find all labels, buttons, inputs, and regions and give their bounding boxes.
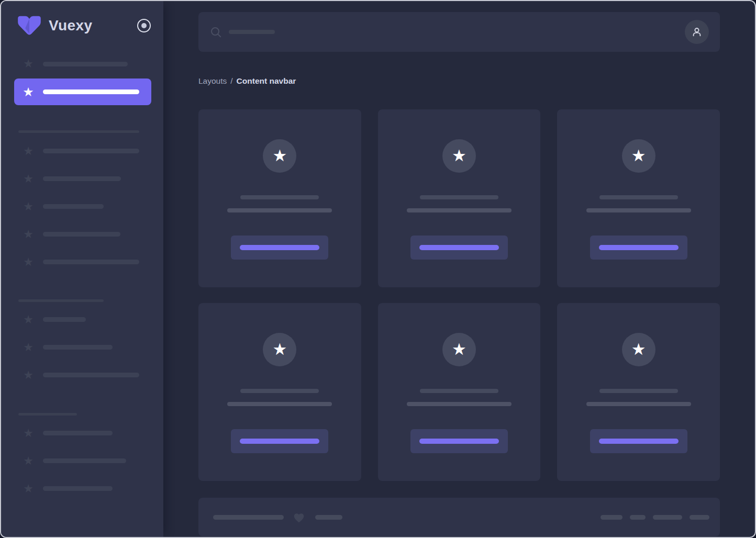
section-header-skeleton-bar xyxy=(18,130,139,133)
sidebar-item[interactable]: ★ xyxy=(1,220,163,248)
star-icon: ★ xyxy=(22,173,35,185)
card-skeleton-bar xyxy=(240,389,319,393)
sidebar-item-skeleton-bar xyxy=(43,345,113,350)
sidebar: Vuexy ★ ★ ★ ★ ★ xyxy=(1,1,163,537)
sidebar-section-header xyxy=(1,130,163,133)
sidebar-item[interactable]: ★ xyxy=(1,248,163,276)
placeholder-card: ★ xyxy=(198,109,361,287)
star-icon: ★ xyxy=(22,455,35,467)
button-skeleton-bar xyxy=(599,245,679,250)
card-skeleton-bar xyxy=(407,402,512,406)
star-icon: ★ xyxy=(452,341,466,357)
sidebar-item-skeleton-bar xyxy=(43,176,121,181)
sidebar-item-active[interactable]: ★ xyxy=(14,79,151,105)
card-action-button[interactable] xyxy=(231,429,328,453)
star-icon: ★ xyxy=(22,86,35,98)
button-skeleton-bar xyxy=(240,245,319,250)
sidebar-item-skeleton-bar xyxy=(43,149,139,153)
sidebar-item[interactable]: ★ xyxy=(1,475,163,502)
card-action-button[interactable] xyxy=(590,429,687,453)
sidebar-item-skeleton-bar xyxy=(43,486,113,491)
footer-skeleton-bar xyxy=(315,515,342,520)
search-placeholder-skeleton-bar xyxy=(229,30,275,34)
button-skeleton-bar xyxy=(419,439,499,444)
card-skeleton-bar xyxy=(227,208,332,212)
sidebar-item[interactable]: ★ xyxy=(1,137,163,165)
star-icon: ★ xyxy=(631,341,646,357)
sidebar-item[interactable]: ★ xyxy=(1,447,163,475)
card-action-button[interactable] xyxy=(231,236,328,260)
star-icon: ★ xyxy=(22,369,35,382)
card-action-button[interactable] xyxy=(410,429,508,453)
breadcrumb-separator: / xyxy=(230,76,232,85)
card-skeleton-bar xyxy=(599,195,678,199)
circle-dot-icon[interactable] xyxy=(137,19,151,32)
card-action-button[interactable] xyxy=(410,236,508,260)
heart-icon xyxy=(292,511,306,523)
card-skeleton-bar xyxy=(407,208,512,212)
section-header-skeleton-bar xyxy=(18,299,104,302)
footer-skeleton-bar xyxy=(630,515,646,520)
star-icon: ★ xyxy=(22,483,35,495)
vuexy-logo-icon xyxy=(17,15,42,36)
button-skeleton-bar xyxy=(419,245,499,250)
card-action-button[interactable] xyxy=(590,236,687,260)
card-grid: ★ ★ ★ ★ xyxy=(198,109,720,481)
sidebar-item-skeleton-bar xyxy=(43,317,86,322)
card-skeleton-bar xyxy=(227,402,332,406)
breadcrumb-link-layouts[interactable]: Layouts xyxy=(198,76,227,85)
search-input[interactable] xyxy=(198,12,720,52)
sidebar-section-header xyxy=(1,413,163,416)
star-icon: ★ xyxy=(22,313,35,326)
placeholder-card: ★ xyxy=(378,303,541,481)
placeholder-card: ★ xyxy=(198,303,361,481)
search-icon xyxy=(210,27,221,38)
placeholder-card: ★ xyxy=(557,303,720,481)
placeholder-card: ★ xyxy=(557,109,720,287)
button-skeleton-bar xyxy=(599,439,679,444)
star-icon: ★ xyxy=(22,256,35,268)
card-skeleton-bar xyxy=(586,208,691,212)
sidebar-item[interactable]: ★ xyxy=(1,193,163,220)
sidebar-item-skeleton-bar xyxy=(43,373,139,377)
sidebar-section-header xyxy=(1,299,163,302)
sidebar-item-skeleton-bar xyxy=(43,260,139,264)
footer-skeleton-bar xyxy=(653,515,682,520)
main-content: Layouts/Content navbar ★ ★ ★ xyxy=(163,1,755,537)
footer-skeleton-bar xyxy=(690,515,709,520)
user-icon xyxy=(691,26,703,38)
section-header-skeleton-bar xyxy=(18,413,77,416)
star-icon: ★ xyxy=(22,58,35,70)
sidebar-item-skeleton-bar xyxy=(43,204,104,209)
sidebar-item-skeleton-bar xyxy=(43,89,139,94)
breadcrumb-current: Content navbar xyxy=(237,76,296,85)
circle-dot-inner xyxy=(141,23,147,28)
app-window: Vuexy ★ ★ ★ ★ ★ xyxy=(0,0,756,538)
sidebar-item[interactable]: ★ xyxy=(1,50,163,77)
star-icon: ★ xyxy=(22,228,35,241)
card-badge-circle: ★ xyxy=(622,333,655,366)
footer-links-group xyxy=(601,515,709,520)
card-skeleton-bar xyxy=(586,402,691,406)
sidebar-item[interactable]: ★ xyxy=(1,165,163,193)
card-badge-circle: ★ xyxy=(442,333,476,366)
sidebar-item-skeleton-bar xyxy=(43,431,113,435)
button-skeleton-bar xyxy=(240,439,319,444)
sidebar-item[interactable]: ★ xyxy=(1,333,163,361)
card-skeleton-bar xyxy=(420,389,498,393)
sidebar-item[interactable]: ★ xyxy=(1,306,163,333)
placeholder-card: ★ xyxy=(378,109,541,287)
sidebar-item[interactable]: ★ xyxy=(1,361,163,389)
card-skeleton-bar xyxy=(599,389,678,393)
card-badge-circle: ★ xyxy=(263,139,296,173)
star-icon: ★ xyxy=(22,145,35,158)
star-icon: ★ xyxy=(272,148,287,164)
star-icon: ★ xyxy=(452,148,466,164)
sidebar-header: Vuexy xyxy=(1,1,163,50)
footer-card xyxy=(198,498,720,536)
user-avatar[interactable] xyxy=(685,20,709,44)
sidebar-item-skeleton-bar xyxy=(43,62,128,66)
sidebar-item-skeleton-bar xyxy=(43,458,126,463)
sidebar-item[interactable]: ★ xyxy=(1,419,163,447)
brand-name: Vuexy xyxy=(49,17,92,34)
